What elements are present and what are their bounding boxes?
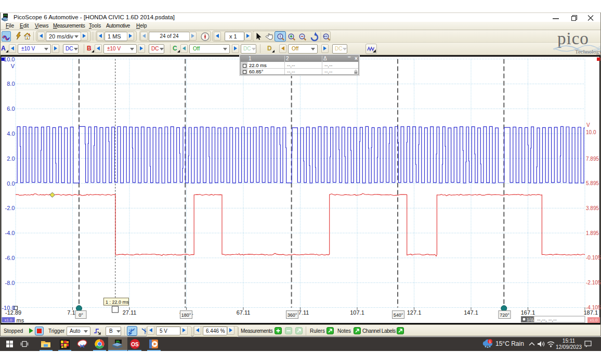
svg-text:-12.89: -12.89: [5, 309, 21, 316]
svg-text:-8.0: -8.0: [5, 280, 15, 286]
svg-text:1/Δ: 1/Δ: [527, 317, 534, 322]
svg-text:-6.0: -6.0: [5, 255, 15, 261]
svg-text:147.1: 147.1: [464, 309, 478, 316]
svg-text:2.0: 2.0: [7, 155, 15, 162]
svg-text:1 : 22.0 ms: 1 : 22.0 ms: [106, 300, 129, 305]
svg-text:720°: 720°: [500, 313, 509, 318]
svg-text:-2.105: -2.105: [586, 280, 601, 285]
svg-text:5.895: 5.895: [586, 180, 599, 186]
svg-text:x1.0: x1.0: [4, 318, 12, 322]
svg-text:360°: 360°: [288, 313, 297, 318]
svg-text:pico: pico: [557, 30, 589, 48]
svg-text:180°: 180°: [181, 313, 191, 318]
svg-text:10.0: 10.0: [4, 56, 15, 62]
svg-text:V: V: [586, 122, 590, 128]
svg-text:0.0: 0.0: [7, 180, 15, 187]
svg-text:3.895: 3.895: [586, 205, 599, 211]
svg-text:V: V: [11, 63, 15, 69]
svg-text:540°: 540°: [394, 313, 403, 318]
svg-text:ms: ms: [17, 317, 24, 323]
svg-text:1.895: 1.895: [586, 230, 599, 236]
svg-text:187.1: 187.1: [583, 309, 598, 316]
svg-text:OS: OS: [131, 342, 139, 347]
svg-text:8.0: 8.0: [7, 81, 15, 87]
svg-text:-2.0: -2.0: [5, 205, 15, 211]
svg-text:1: 1: [489, 340, 491, 344]
svg-text:-4.0: -4.0: [5, 230, 15, 236]
svg-text:7.895: 7.895: [586, 156, 599, 162]
svg-text:4.0: 4.0: [7, 131, 15, 137]
svg-text:x1.0: x1.0: [590, 318, 598, 322]
svg-text:--,--, --,--: --,--, --,--: [537, 317, 557, 322]
svg-text:107.1: 107.1: [350, 309, 364, 316]
svg-text:Technology: Technology: [575, 48, 601, 55]
svg-text:-0.105: -0.105: [586, 255, 601, 261]
svg-text:67.11: 67.11: [237, 309, 251, 316]
svg-text:27.11: 27.11: [123, 309, 137, 316]
svg-text:6.0: 6.0: [7, 106, 15, 112]
svg-text:127.1: 127.1: [407, 309, 422, 316]
svg-text:167.1: 167.1: [521, 309, 535, 316]
svg-text:10.0: 10.0: [586, 129, 596, 135]
svg-text:0°: 0°: [79, 313, 83, 318]
